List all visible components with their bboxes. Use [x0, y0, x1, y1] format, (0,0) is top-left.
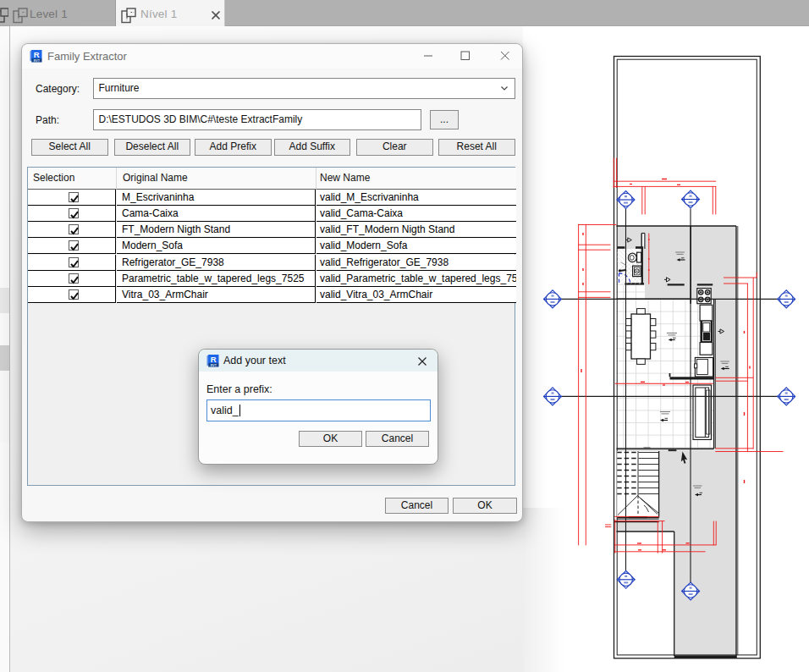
svg-text:R: R — [211, 355, 217, 364]
svg-text:RVT: RVT — [34, 59, 41, 63]
svg-text:RVT: RVT — [211, 364, 217, 367]
svg-text:R: R — [34, 50, 40, 59]
